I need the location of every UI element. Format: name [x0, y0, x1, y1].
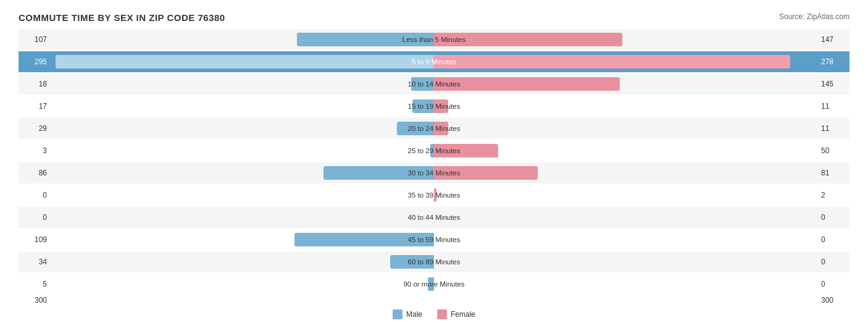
chart-wrapper: COMMUTE TIME BY SEX IN ZIP CODE 76380 So…	[19, 12, 849, 319]
legend: Male Female	[19, 309, 849, 319]
chart-row: 17 15 to 19 Minutes 11	[19, 96, 849, 117]
chart-row: 3 25 to 29 Minutes 50	[19, 140, 849, 161]
female-value: 0	[819, 280, 849, 288]
male-value: 86	[19, 169, 49, 177]
bars-container: 5 to 9 Minutes	[49, 51, 819, 72]
row-label: 40 to 44 Minutes	[407, 214, 460, 221]
male-value: 295	[19, 57, 49, 66]
male-value: 17	[19, 102, 49, 111]
axis-right-label: 300	[819, 296, 849, 304]
chart-area: 107 Less than 5 Minutes 147 295 5 to 9 M…	[19, 29, 849, 295]
legend-female: Female	[437, 309, 475, 319]
bars-container: 20 to 24 Minutes	[49, 118, 819, 139]
bars-container: 25 to 29 Minutes	[49, 140, 819, 161]
source-label: Source: ZipAtlas.com	[779, 12, 849, 21]
female-value: 145	[819, 80, 849, 88]
female-bar	[434, 77, 620, 91]
male-value: 29	[19, 124, 49, 133]
bars-container: 30 to 34 Minutes	[49, 162, 819, 183]
female-value: 147	[819, 35, 849, 44]
female-value: 0	[819, 258, 849, 266]
female-value: 0	[819, 213, 849, 222]
male-value: 34	[19, 258, 49, 266]
female-value: 278	[819, 57, 849, 66]
male-value: 3	[19, 146, 49, 155]
male-value: 18	[19, 80, 49, 88]
bars-container: 35 to 39 Minutes	[49, 185, 819, 206]
male-value: 109	[19, 235, 49, 244]
chart-row: 0 40 to 44 Minutes 0	[19, 207, 849, 228]
row-label: 35 to 39 Minutes	[407, 191, 460, 199]
male-value: 0	[19, 213, 49, 222]
chart-row: 86 30 to 34 Minutes 81	[19, 162, 849, 183]
chart-row: 295 5 to 9 Minutes 278	[19, 51, 849, 72]
row-label: 5 to 9 Minutes	[412, 58, 456, 65]
bars-container: 15 to 19 Minutes	[49, 96, 819, 117]
bars-container: Less than 5 Minutes	[49, 29, 819, 50]
male-legend-box	[393, 309, 403, 319]
row-label: 25 to 29 Minutes	[407, 147, 460, 154]
male-bar	[56, 55, 434, 69]
row-label: 30 to 34 Minutes	[407, 169, 460, 177]
male-value: 0	[19, 191, 49, 199]
row-label: 60 to 89 Minutes	[407, 258, 460, 266]
row-label: 15 to 19 Minutes	[407, 103, 460, 110]
chart-row: 29 20 to 24 Minutes 11	[19, 118, 849, 139]
chart-row: 34 60 to 89 Minutes 0	[19, 251, 849, 272]
row-label: 10 to 14 Minutes	[407, 80, 460, 88]
bars-container: 90 or more Minutes	[49, 274, 819, 295]
chart-title: COMMUTE TIME BY SEX IN ZIP CODE 76380	[19, 12, 225, 23]
chart-row: 107 Less than 5 Minutes 147	[19, 29, 849, 50]
chart-row: 5 90 or more Minutes 0	[19, 274, 849, 295]
row-label: 90 or more Minutes	[403, 280, 464, 288]
female-legend-label: Female	[451, 310, 475, 319]
bars-container: 45 to 59 Minutes	[49, 229, 819, 250]
female-value: 50	[819, 146, 849, 155]
chart-row: 18 10 to 14 Minutes 145	[19, 73, 849, 94]
row-label: 20 to 24 Minutes	[407, 125, 460, 132]
female-value: 11	[819, 124, 849, 133]
bars-container: 40 to 44 Minutes	[49, 207, 819, 228]
legend-male: Male	[393, 309, 422, 319]
male-legend-label: Male	[406, 310, 422, 319]
bars-container: 10 to 14 Minutes	[49, 73, 819, 94]
row-label: Less than 5 Minutes	[403, 36, 466, 43]
bars-container: 60 to 89 Minutes	[49, 251, 819, 272]
female-value: 2	[819, 191, 849, 199]
chart-row: 0 35 to 39 Minutes 2	[19, 185, 849, 206]
axis-left-label: 300	[19, 296, 49, 304]
row-label: 45 to 59 Minutes	[407, 236, 460, 243]
chart-row: 109 45 to 59 Minutes 0	[19, 229, 849, 250]
female-value: 0	[819, 235, 849, 244]
female-value: 11	[819, 102, 849, 111]
male-value: 5	[19, 280, 49, 288]
female-legend-box	[437, 309, 447, 319]
female-value: 81	[819, 169, 849, 177]
male-value: 107	[19, 35, 49, 44]
female-bar	[434, 55, 790, 69]
